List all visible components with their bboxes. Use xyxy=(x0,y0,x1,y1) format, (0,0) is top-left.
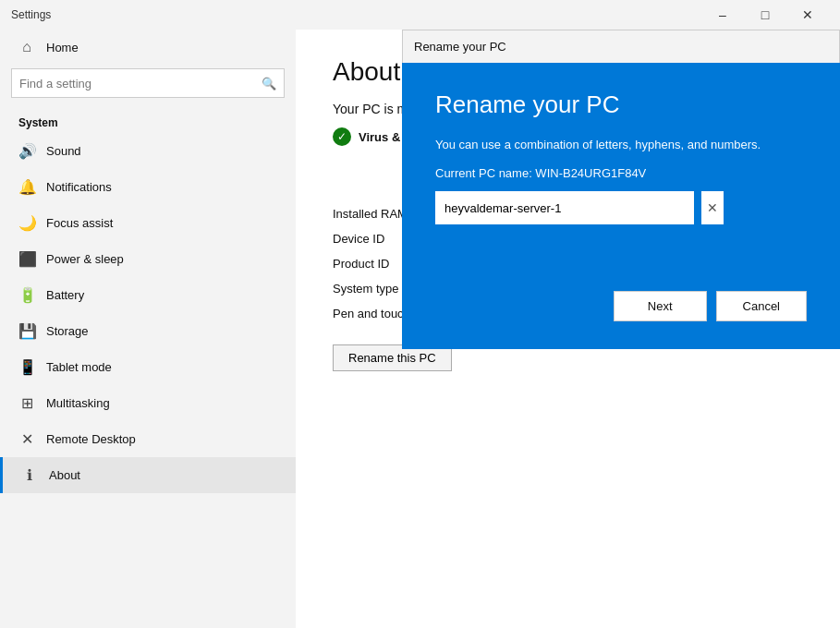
sidebar-home-label: Home xyxy=(46,41,79,54)
minimize-button[interactable]: – xyxy=(701,0,744,30)
search-icon: 🔍 xyxy=(262,77,276,91)
notifications-icon: 🔔 xyxy=(18,178,35,196)
maximize-button[interactable]: □ xyxy=(744,0,786,30)
battery-icon: 🔋 xyxy=(18,286,35,304)
app-container: ⌂ Home 🔍 System 🔊 Sound 🔔 Notifications … xyxy=(0,30,840,628)
multitasking-label: Multitasking xyxy=(46,396,110,410)
security-check-icon: ✓ xyxy=(333,127,351,146)
sidebar-item-tablet[interactable]: 📱 Tablet mode xyxy=(0,349,296,385)
window-controls: – □ ✕ xyxy=(701,0,829,30)
sidebar-item-about[interactable]: ℹ About xyxy=(0,457,296,493)
next-button[interactable]: Next xyxy=(614,291,707,321)
sidebar: ⌂ Home 🔍 System 🔊 Sound 🔔 Notifications … xyxy=(0,30,296,628)
search-input[interactable] xyxy=(19,77,262,91)
sound-icon: 🔊 xyxy=(18,142,35,160)
sidebar-item-notifications[interactable]: 🔔 Notifications xyxy=(0,169,296,205)
app-title: Settings xyxy=(11,8,701,21)
remote-desktop-icon: ✕ xyxy=(18,430,35,448)
cancel-button[interactable]: Cancel xyxy=(716,291,807,321)
clear-input-button[interactable]: ✕ xyxy=(701,191,724,224)
search-box[interactable]: 🔍 xyxy=(11,68,285,98)
dialog-title-bar: Rename your PC xyxy=(402,30,840,63)
dialog-current-name: Current PC name: WIN-B24URG1F84V xyxy=(435,166,807,180)
focus-assist-icon: 🌙 xyxy=(18,214,35,232)
home-icon: ⌂ xyxy=(18,39,35,55)
main-content: About Your PC is monitored and protected… xyxy=(296,30,840,628)
multitasking-icon: ⊞ xyxy=(18,394,35,412)
about-label: About xyxy=(49,468,80,482)
remote-desktop-label: Remote Desktop xyxy=(46,432,136,446)
storage-icon: 💾 xyxy=(18,322,35,340)
sidebar-item-home[interactable]: ⌂ Home xyxy=(0,30,296,65)
close-button[interactable]: ✕ xyxy=(786,0,829,30)
dialog-titlebar-label: Rename your PC xyxy=(414,40,506,54)
dialog-description: You can use a combination of letters, hy… xyxy=(435,138,807,151)
battery-label: Battery xyxy=(46,288,84,302)
dialog-input-row: ✕ xyxy=(435,191,807,224)
sidebar-item-battery[interactable]: 🔋 Battery xyxy=(0,277,296,313)
about-icon: ℹ xyxy=(21,466,38,484)
storage-label: Storage xyxy=(46,324,89,338)
title-bar: Settings – □ ✕ xyxy=(0,0,840,30)
power-icon: ⬛ xyxy=(18,250,35,268)
tablet-label: Tablet mode xyxy=(46,360,112,374)
sidebar-item-sound[interactable]: 🔊 Sound xyxy=(0,133,296,169)
focus-assist-label: Focus assist xyxy=(46,216,113,230)
sidebar-item-power[interactable]: ⬛ Power & sleep xyxy=(0,241,296,277)
power-label: Power & sleep xyxy=(46,252,124,266)
dialog-heading: Rename your PC xyxy=(435,91,807,119)
dialog-buttons: Next Cancel xyxy=(435,291,807,321)
tablet-icon: 📱 xyxy=(18,358,35,376)
sidebar-item-remote-desktop[interactable]: ✕ Remote Desktop xyxy=(0,421,296,457)
sidebar-item-storage[interactable]: 💾 Storage xyxy=(0,313,296,349)
rename-dialog: Rename your PC You can use a combination… xyxy=(402,63,840,349)
sound-label: Sound xyxy=(46,144,81,158)
system-label: System xyxy=(0,109,296,133)
notifications-label: Notifications xyxy=(46,180,112,194)
pc-name-input[interactable] xyxy=(435,191,694,224)
sidebar-item-multitasking[interactable]: ⊞ Multitasking xyxy=(0,385,296,421)
sidebar-item-focus-assist[interactable]: 🌙 Focus assist xyxy=(0,205,296,241)
